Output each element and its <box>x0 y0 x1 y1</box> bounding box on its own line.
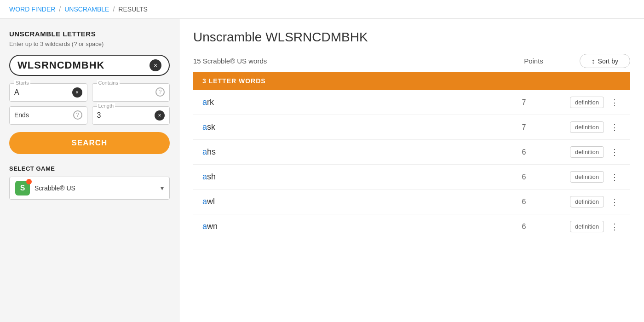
game-icon-badge <box>26 179 32 184</box>
sidebar-title: UNSCRAMBLE LETTERS <box>9 30 170 38</box>
sort-label: Sort by <box>598 58 618 65</box>
word-first-letter: a <box>202 172 207 181</box>
starts-filter: Starts × <box>9 83 87 102</box>
table-row: ahs6definition⋮ <box>193 140 630 165</box>
word-points: 6 <box>478 198 570 206</box>
word-text: ask <box>202 122 478 132</box>
search-button[interactable]: SEARCH <box>9 132 170 154</box>
word-points: 7 <box>478 98 570 107</box>
definition-button[interactable]: definition <box>570 146 604 158</box>
more-options-button[interactable]: ⋮ <box>609 122 621 132</box>
length-filter: Length × <box>92 106 170 125</box>
contains-input[interactable] <box>97 88 144 96</box>
length-input[interactable] <box>97 111 144 120</box>
select-game-title: SELECT GAME <box>9 165 170 172</box>
table-row: ask7definition⋮ <box>193 115 630 140</box>
breadcrumb-sep-1: / <box>59 6 61 13</box>
word-points: 6 <box>478 173 570 181</box>
table-row: awn6definition⋮ <box>193 214 630 239</box>
main-layout: UNSCRAMBLE LETTERS Enter up to 3 wildcar… <box>0 19 644 322</box>
game-icon: S <box>15 181 30 196</box>
word-text: ash <box>202 172 478 182</box>
definition-button[interactable]: definition <box>570 171 604 183</box>
table-row: ash6definition⋮ <box>193 165 630 190</box>
word-points: 7 <box>478 123 570 132</box>
game-select-box[interactable]: S Scrabble® US ▾ <box>9 177 170 200</box>
length-clear-button[interactable]: × <box>155 110 165 121</box>
word-text: ark <box>202 98 478 107</box>
word-first-letter: a <box>202 147 207 156</box>
word-first-letter: a <box>202 222 207 231</box>
points-label: Points <box>488 57 580 65</box>
contains-help-icon[interactable]: ? <box>155 87 165 97</box>
ends-filter: Ends ? <box>9 106 87 125</box>
chevron-down-icon: ▾ <box>161 184 164 192</box>
word-text: awn <box>202 222 478 231</box>
ends-help-icon[interactable]: ? <box>73 110 82 120</box>
more-options-button[interactable]: ⋮ <box>609 98 621 108</box>
contains-filter: Contains ? <box>92 83 170 102</box>
breadcrumb-word-finder[interactable]: WORD FINDER <box>9 6 55 13</box>
ends-label: Ends <box>14 111 29 119</box>
breadcrumb: WORD FINDER / UNSCRAMBLE / RESULTS <box>0 0 644 19</box>
search-input-wrapper: × <box>9 55 170 76</box>
definition-button[interactable]: definition <box>570 97 604 108</box>
word-first-letter: a <box>202 197 207 206</box>
more-options-button[interactable]: ⋮ <box>609 197 621 207</box>
sidebar: UNSCRAMBLE LETTERS Enter up to 3 wildcar… <box>0 19 179 322</box>
more-options-button[interactable]: ⋮ <box>609 222 621 232</box>
search-input[interactable] <box>17 59 150 71</box>
table-row: ark7definition⋮ <box>193 90 630 115</box>
word-first-letter: a <box>202 122 207 132</box>
definition-button[interactable]: definition <box>570 196 604 207</box>
contains-label: Contains <box>97 80 120 86</box>
more-options-button[interactable]: ⋮ <box>609 147 621 157</box>
results-title: Unscramble WLSRNCDMBHK <box>193 30 630 45</box>
word-points: 6 <box>478 223 570 231</box>
sort-icon: ↕ <box>592 57 595 65</box>
starts-input-row: × <box>14 87 82 98</box>
filter-row-2: Ends ? Length × <box>9 106 170 125</box>
breadcrumb-sep-2: / <box>113 6 115 13</box>
search-clear-button[interactable]: × <box>150 59 161 71</box>
contains-input-row: ? <box>97 87 165 97</box>
filter-row-1: Starts × Contains ? <box>9 83 170 102</box>
sidebar-subtitle: Enter up to 3 wildcards (? or space) <box>9 40 170 47</box>
word-first-letter: a <box>202 98 207 107</box>
starts-input[interactable] <box>14 88 62 97</box>
definition-button[interactable]: definition <box>570 221 604 232</box>
starts-label: Starts <box>14 80 30 86</box>
definition-button[interactable]: definition <box>570 121 604 133</box>
more-options-button[interactable]: ⋮ <box>609 172 621 182</box>
breadcrumb-unscramble[interactable]: UNSCRAMBLE <box>64 6 109 13</box>
breadcrumb-results: RESULTS <box>118 6 148 13</box>
length-label: Length <box>97 103 115 109</box>
words-list: ark7definition⋮ask7definition⋮ahs6defini… <box>193 90 630 239</box>
length-input-row: × <box>97 110 165 121</box>
sort-button[interactable]: ↕ Sort by <box>580 54 630 68</box>
word-text: awl <box>202 197 478 207</box>
table-row: awl6definition⋮ <box>193 190 630 214</box>
starts-clear-button[interactable]: × <box>72 87 82 98</box>
game-name: Scrabble® US <box>34 184 161 192</box>
ends-input-row: Ends ? <box>14 110 82 120</box>
results-panel: Unscramble WLSRNCDMBHK 15 Scrabble® US w… <box>179 19 644 322</box>
word-points: 6 <box>478 148 570 156</box>
section-header: 3 LETTER WORDS <box>193 72 630 90</box>
results-header: 15 Scrabble® US words Points ↕ Sort by <box>193 54 630 68</box>
word-text: ahs <box>202 147 478 157</box>
results-count: 15 Scrabble® US words <box>193 57 488 65</box>
